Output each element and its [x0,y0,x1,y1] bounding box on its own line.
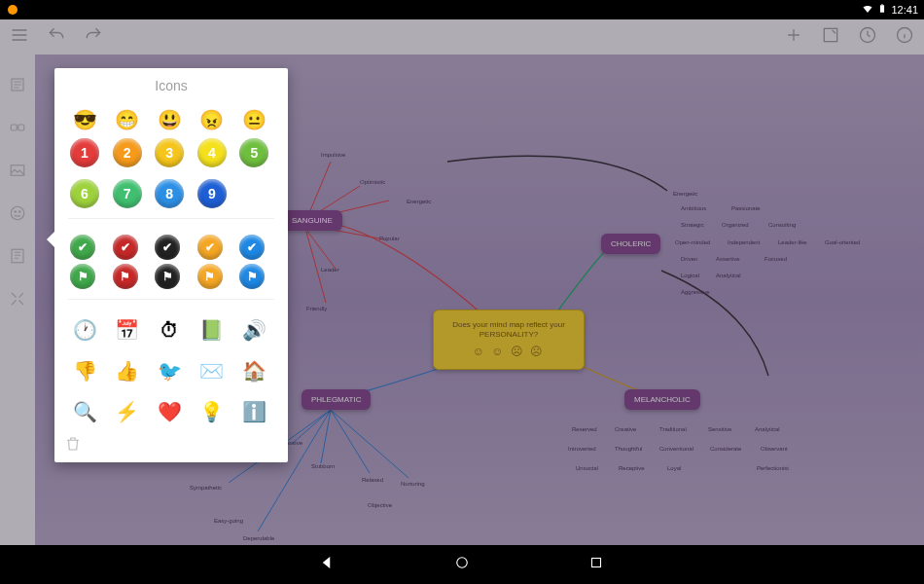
icon-✔-icon[interactable]: ✔ [197,235,223,260]
book-icon[interactable]: 📗 [197,315,227,345]
speaker-icon[interactable]: 🔊 [239,315,268,345]
home-icon[interactable]: 🏠 [239,356,268,385]
status-time: 12:41 [891,4,918,16]
icon-5-icon[interactable]: 5 [239,138,268,167]
app-surface: Does your mind map reflect your PERSONAL… [0,19,924,545]
heart-icon[interactable]: ❤️ [155,397,184,426]
face-grin-icon[interactable]: 😁 [113,105,142,134]
icon-⚑-icon[interactable]: ⚑ [197,264,223,289]
android-nav-bar [0,545,924,584]
status-notification-dot [8,5,18,15]
popover-arrow [47,232,54,247]
svg-rect-14 [592,559,601,567]
thumbs-down-icon[interactable]: 👎 [70,356,99,385]
icon-✔-icon[interactable]: ✔ [70,235,95,260]
icon-✔-icon[interactable]: ✔ [155,235,180,260]
icon-6-icon[interactable]: 6 [70,179,99,208]
thumbs-up-icon[interactable]: 👍 [113,356,142,385]
stopwatch-icon[interactable]: ⏱ [155,315,184,345]
face-cool-icon[interactable]: 😎 [70,105,99,134]
clock-icon[interactable]: 🕐 [70,315,99,345]
icon-⚑-icon[interactable]: ⚑ [113,264,138,289]
calendar-icon[interactable]: 📅 [113,315,142,345]
delete-icon-button[interactable] [64,435,82,456]
icon-4-icon[interactable]: 4 [197,138,227,167]
mail-icon[interactable]: ✉️ [197,356,227,385]
info-icon[interactable]: ℹ️ [239,397,268,426]
svg-rect-0 [880,5,884,13]
icon-✔-icon[interactable]: ✔ [113,235,138,260]
bird-icon[interactable]: 🐦 [155,356,184,385]
nav-home-icon[interactable] [453,554,471,575]
android-status-bar: 12:41 [0,0,924,19]
icon-⚑-icon[interactable]: ⚑ [239,264,265,289]
lightning-icon[interactable]: ⚡ [113,397,142,426]
face-neutral-icon[interactable]: 😐 [239,105,268,134]
battery-icon [877,2,887,18]
icon-⚑-icon[interactable]: ⚑ [155,264,180,289]
svg-rect-1 [882,4,884,5]
nav-recent-icon[interactable] [587,554,605,575]
icon-8-icon[interactable]: 8 [155,179,184,208]
nav-back-icon[interactable] [319,554,337,575]
bulb-icon[interactable]: 💡 [197,397,227,426]
popover-title: Icons [54,68,288,99]
icon-⚑-icon[interactable]: ⚑ [70,264,95,289]
icon-2-icon[interactable]: 2 [113,138,142,167]
icon-1-icon[interactable]: 1 [70,138,99,167]
icon-9-icon[interactable]: 9 [197,179,227,208]
wifi-icon [862,3,873,17]
icons-popover: Icons 😎😁😃😠😐 123456789 ✔✔✔✔✔ ⚑⚑⚑⚑⚑ 🕐📅⏱📗🔊👎… [54,68,288,462]
face-angry-icon[interactable]: 😠 [197,105,227,134]
icon-7-icon[interactable]: 7 [113,179,142,208]
face-smile-icon[interactable]: 😃 [155,105,184,134]
icon-3-icon[interactable]: 3 [155,138,184,167]
svg-point-13 [457,558,468,568]
magnifier-icon[interactable]: 🔍 [70,397,99,426]
icon-✔-icon[interactable]: ✔ [239,235,265,260]
